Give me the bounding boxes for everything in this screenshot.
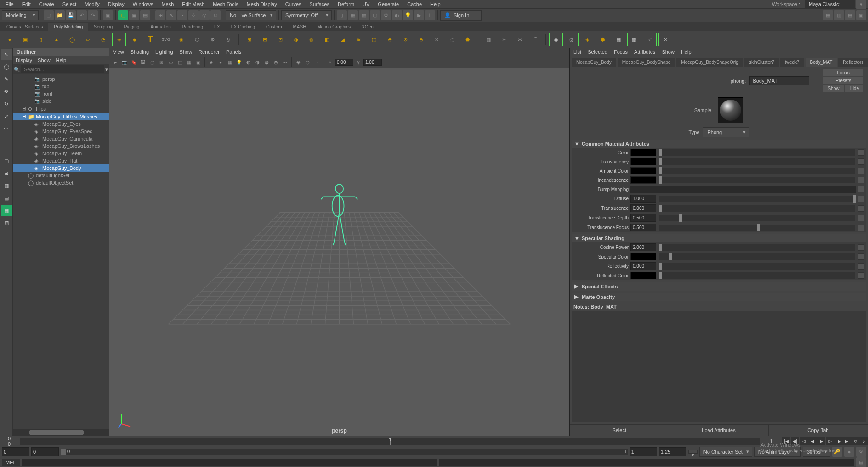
attr-slider[interactable]: [659, 215, 855, 221]
shelf-crease2-icon[interactable]: ✕: [658, 33, 672, 46]
menu-editmesh[interactable]: Edit Mesh: [178, 0, 208, 8]
vp-select-icon[interactable]: ▸: [111, 58, 119, 66]
section-common-header[interactable]: ▼Common Material Attributes: [572, 140, 866, 148]
shelf-helix-icon[interactable]: §: [221, 33, 235, 46]
viewport-gamma-field[interactable]: [363, 59, 382, 66]
shelf-tab-rigging[interactable]: Rigging: [118, 23, 145, 31]
snap-grid-icon[interactable]: ⊞: [155, 10, 165, 20]
map-button-icon[interactable]: [858, 225, 864, 231]
shelf-remesh-icon[interactable]: ▩: [627, 33, 641, 46]
goto-start-icon[interactable]: |◀: [782, 437, 790, 445]
section-fx-header[interactable]: ▶Special Effects: [572, 282, 866, 291]
history-icon[interactable]: ▯: [337, 10, 347, 20]
select-button[interactable]: Select: [570, 425, 669, 436]
menu-cache[interactable]: Cache: [403, 0, 425, 8]
save-scene-icon[interactable]: 💾: [66, 10, 76, 20]
range-start-inner[interactable]: [31, 447, 59, 456]
map-button-icon[interactable]: [858, 196, 864, 202]
menu-help[interactable]: Help: [426, 0, 444, 8]
ae-show[interactable]: Show: [662, 49, 675, 55]
play-fwd-icon[interactable]: ▶: [817, 437, 825, 445]
menu-select[interactable]: Select: [59, 0, 80, 8]
outliner-tree[interactable]: 📷persp📷top📷front📷side⊞⊙Hips⊟📁MocapGuy_Hi…: [13, 74, 109, 429]
outliner-item[interactable]: 📷front: [13, 90, 109, 97]
color-swatch[interactable]: [630, 158, 656, 165]
outliner-menu-show[interactable]: Show: [38, 57, 51, 63]
map-button-icon[interactable]: [858, 158, 864, 165]
menu-mesh[interactable]: Mesh: [158, 0, 177, 8]
vp-exposure-icon[interactable]: ☀: [326, 58, 334, 66]
outliner-item[interactable]: ◈MocapGuy_Body: [13, 164, 109, 172]
snap-plane-icon[interactable]: ◊: [188, 10, 199, 20]
color-swatch[interactable]: [630, 149, 656, 156]
vp-motion-icon[interactable]: ↝: [281, 58, 289, 66]
menu-file[interactable]: File: [2, 0, 17, 8]
snap-magnet-icon[interactable]: ⌑: [210, 10, 221, 20]
single-pane-icon[interactable]: ▢: [1, 155, 12, 166]
workspace-dropdown[interactable]: Maya Classic*: [805, 0, 855, 8]
outliner-item[interactable]: ◈MocapGuy_Teeth: [13, 150, 109, 157]
move-tool-icon[interactable]: ✥: [1, 86, 12, 97]
snap-curve-icon[interactable]: ∿: [166, 10, 176, 20]
playblast-icon[interactable]: ▶: [414, 10, 424, 20]
vp-light-icon[interactable]: 💡: [235, 58, 243, 66]
ae-tab-reflectors[interactable]: Reflectors: [838, 58, 868, 67]
vp-gamma-icon[interactable]: γ: [354, 58, 363, 66]
map-button-icon[interactable]: [858, 149, 864, 156]
step-fwd-icon[interactable]: ▷: [826, 437, 834, 445]
light-editor-icon[interactable]: 💡: [403, 10, 413, 20]
menu-deform[interactable]: Deform: [334, 0, 358, 8]
attr-slider[interactable]: [659, 225, 855, 231]
shelf-tab-rendering[interactable]: Rendering: [176, 23, 209, 31]
ae-help[interactable]: Help: [681, 49, 692, 55]
shelf-sculpt1-icon[interactable]: ◉: [549, 33, 563, 46]
character-set-dropdown[interactable]: No Character Set: [699, 447, 752, 457]
outliner-persp-icon[interactable]: ▦: [1, 205, 12, 216]
ae-selected[interactable]: Selected: [588, 49, 607, 55]
shelf-circularize-icon[interactable]: ◌: [445, 33, 459, 46]
ipr-icon[interactable]: ▩: [359, 10, 369, 20]
select-mode-icon[interactable]: ▣: [103, 10, 113, 20]
menu-meshdisplay[interactable]: Mesh Display: [243, 0, 281, 8]
shelf-targetweld-icon[interactable]: ⊗: [398, 33, 412, 46]
outliner-item[interactable]: ⊟📁MocapGuy_HiRes_Meshes: [13, 113, 109, 120]
toggle-attribute-editor-icon[interactable]: ▣: [856, 10, 866, 20]
shelf-sculpt2-icon[interactable]: ◎: [565, 33, 579, 46]
four-pane-icon[interactable]: ⊞: [1, 168, 12, 179]
shelf-delete-icon[interactable]: ✕: [430, 33, 443, 46]
attr-slider[interactable]: [659, 158, 855, 165]
vp-jxray-icon[interactable]: ○: [312, 58, 321, 66]
shelf-boolean-icon[interactable]: ◑: [289, 33, 303, 46]
menu-edit[interactable]: Edit: [18, 0, 34, 8]
load-attributes-button[interactable]: Load Attributes: [669, 425, 768, 436]
vp-tex-icon[interactable]: ▦: [226, 58, 234, 66]
map-button-icon[interactable]: [858, 272, 864, 279]
map-button-icon[interactable]: [858, 263, 864, 270]
step-fwd-key-icon[interactable]: |▶: [834, 437, 843, 445]
fps-dropdown[interactable]: 30 fps: [803, 447, 830, 457]
rotate-tool-icon[interactable]: ↻: [1, 98, 12, 109]
ae-tab-tweak[interactable]: tweak7: [780, 58, 804, 67]
shelf-tab-sculpting[interactable]: Sculpting: [88, 23, 118, 31]
outliner-item[interactable]: ◈MocapGuy_Hat: [13, 157, 109, 164]
vp-isolate-icon[interactable]: ◉: [294, 58, 302, 66]
shelf-smooth-icon[interactable]: ◍: [305, 33, 318, 46]
range-end-outer[interactable]: [659, 447, 686, 456]
color-swatch[interactable]: [630, 176, 656, 184]
map-button-icon[interactable]: [858, 168, 864, 174]
new-scene-icon[interactable]: ▢: [44, 10, 54, 20]
ae-list[interactable]: List: [573, 49, 581, 55]
map-button-icon[interactable]: [858, 186, 864, 192]
undo-icon[interactable]: ↶: [77, 10, 87, 20]
shelf-pyramid-icon[interactable]: ◆: [128, 33, 142, 46]
outliner-item[interactable]: ◈MocapGuy_Eyes: [13, 120, 109, 128]
outliner-item[interactable]: ◯defaultObjectSet: [13, 179, 109, 186]
outliner-menu-help[interactable]: Help: [56, 57, 67, 63]
ae-tab-bodymat[interactable]: Body_MAT: [806, 58, 837, 67]
select-object-icon[interactable]: ▢: [118, 10, 128, 20]
attr-slider[interactable]: [659, 272, 855, 279]
menu-generate[interactable]: Generate: [374, 0, 403, 8]
vp-wire-icon[interactable]: ◈: [207, 58, 216, 66]
attr-slider[interactable]: [659, 177, 855, 183]
persp-graph-icon[interactable]: ▧: [1, 217, 12, 228]
